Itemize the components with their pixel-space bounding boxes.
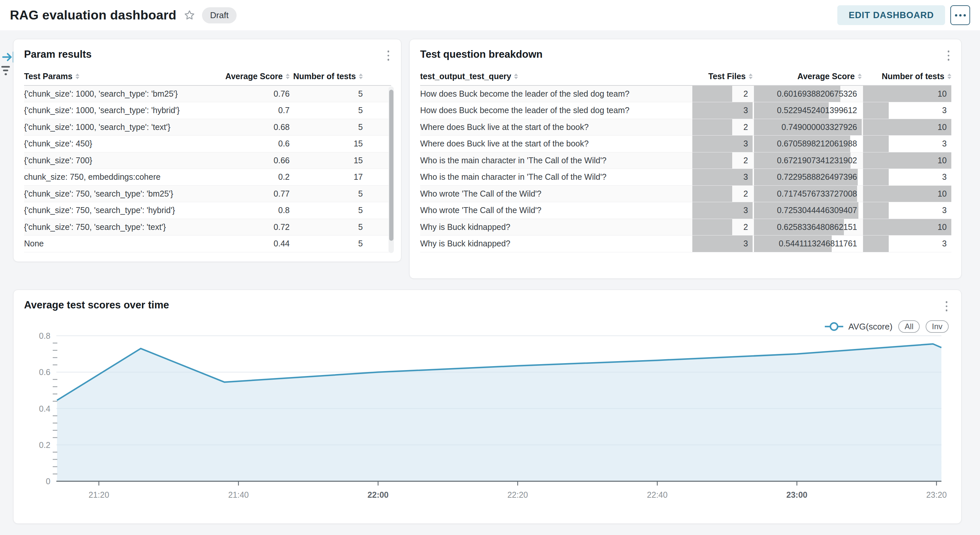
y-axis-tick-label: 0.6 [39, 367, 51, 377]
x-axis-tick-label: 22:40 [647, 490, 668, 499]
table-row: Where does Buck live at the start of the… [420, 136, 951, 152]
cell-number-of-tests: 5 [290, 86, 363, 102]
sort-icon[interactable] [858, 73, 862, 79]
cell-test-query: Who is the main character in 'The Call o… [420, 152, 691, 169]
x-axis-tick-label: 21:40 [228, 490, 249, 499]
sort-icon[interactable] [359, 73, 363, 79]
cell-value: 0.6705898212061988 [752, 139, 862, 149]
cell-value: 2 [691, 222, 752, 232]
table-row: Who wrote 'The Call of the Wild'?20.7174… [420, 186, 951, 203]
cell-value: 3 [862, 172, 951, 182]
cell-value: 10 [862, 189, 951, 198]
cell-average-score: 0.749000003327926 [752, 119, 862, 136]
sort-icon[interactable] [947, 73, 951, 79]
param-results-table: Test Params Average Score Number of test… [24, 68, 391, 252]
cell-test-files: 2 [691, 152, 752, 169]
cell-value: 3 [862, 206, 951, 215]
table-row: chunk_size: 750, embeddings:cohere0.217 [24, 169, 391, 186]
cell-number-of-tests: 10 [862, 152, 951, 169]
sort-icon[interactable] [75, 73, 80, 79]
sort-icon[interactable] [749, 73, 752, 79]
filter-panel-icon[interactable] [1, 66, 10, 75]
cell-value: 3 [691, 139, 752, 149]
area-chart[interactable]: 00.20.40.60.821:2021:4022:0022:2022:4023… [14, 290, 962, 524]
cell-value: 2 [691, 122, 752, 132]
table-row: {'chunk_size': 1000, 'search_type': 'tex… [24, 119, 391, 136]
cell-average-score: 0.77 [205, 186, 290, 202]
edit-dashboard-button[interactable]: EDIT DASHBOARD [837, 5, 945, 25]
table-row: Who is the main character in 'The Call o… [420, 169, 951, 186]
table-row: {'chunk_size': 750, 'search_type': 'hybr… [24, 202, 391, 219]
scores-over-time-widget: Average test scores over time AVG(score)… [13, 290, 961, 524]
table-row: Why is Buck kidnapped?30.544111324681176… [420, 235, 951, 252]
cell-number-of-tests: 10 [862, 119, 951, 136]
cell-number-of-tests: 17 [290, 169, 363, 185]
cell-test-params: {'chunk_size': 450} [24, 136, 205, 152]
sort-icon[interactable] [286, 73, 290, 79]
y-axis-tick-label: 0.2 [39, 440, 51, 450]
table-row: None0.445 [24, 235, 391, 252]
cell-average-score: 0.7 [205, 102, 290, 119]
table-row: Who wrote 'The Call of the Wild'?30.7253… [420, 202, 951, 219]
x-axis-tick-label: 23:20 [926, 490, 947, 499]
table-row: {'chunk_size': 1000, 'search_type': 'bm2… [24, 86, 391, 102]
x-axis-tick-label: 21:20 [89, 490, 110, 499]
table-scrollbar[interactable] [388, 86, 394, 253]
cell-average-score: 0.7253044446309407 [752, 202, 862, 219]
widget-title: Test question breakdown [420, 48, 542, 61]
cell-value: 0.6258336480862151 [752, 222, 862, 232]
question-breakdown-widget: Test question breakdown test_output_test… [409, 39, 961, 279]
column-header-average-score[interactable]: Average Score [205, 72, 290, 81]
cell-test-files: 3 [691, 136, 752, 152]
page-title: RAG evaluation dashboard [10, 8, 176, 22]
cell-test-query: Who wrote 'The Call of the Wild'? [420, 186, 691, 202]
cell-test-files: 3 [691, 202, 752, 219]
sort-icon[interactable] [514, 73, 518, 79]
column-header-average-score[interactable]: Average Score [752, 72, 862, 81]
cell-number-of-tests: 3 [862, 202, 951, 219]
widget-menu-icon[interactable] [386, 48, 391, 63]
cell-value: 2 [691, 189, 752, 198]
cell-average-score: 0.6258336480862151 [752, 219, 862, 235]
cell-average-score: 0.44 [205, 235, 290, 252]
scrollbar-thumb[interactable] [389, 90, 393, 241]
cell-average-score: 0.6705898212061988 [752, 136, 862, 152]
table-row: {'chunk_size': 700}0.6615 [24, 152, 391, 169]
cell-value: 3 [691, 172, 752, 182]
cell-test-files: 3 [691, 169, 752, 185]
cell-number-of-tests: 15 [290, 136, 363, 152]
cell-test-params: {'chunk_size': 1000, 'search_type': 'tex… [24, 119, 205, 136]
favorite-star-icon[interactable] [183, 9, 196, 21]
cell-average-score: 0.76 [205, 86, 290, 102]
cell-test-query: Where does Buck live at the start of the… [420, 136, 691, 152]
cell-test-files: 3 [691, 235, 752, 252]
cell-value: 3 [691, 239, 752, 248]
column-header-test-query[interactable]: test_output_test_query [420, 72, 691, 81]
cell-value: 3 [691, 105, 752, 115]
table-row: {'chunk_size': 1000, 'search_type': 'hyb… [24, 102, 391, 119]
cell-test-params: None [24, 235, 205, 252]
cell-test-files: 2 [691, 86, 752, 102]
table-row: Why is Buck kidnapped?20.625833648086215… [420, 219, 951, 236]
cell-value: 0.5229452401399612 [752, 105, 862, 115]
cell-test-query: How does Buck become the leader of the s… [420, 102, 691, 119]
cell-average-score: 0.72 [205, 219, 290, 235]
column-header-number-of-tests[interactable]: Number of tests [290, 72, 363, 81]
table-row: Where does Buck live at the start of the… [420, 119, 951, 136]
column-header-number-of-tests[interactable]: Number of tests [862, 72, 951, 81]
cell-value: 0.5441113246811761 [752, 239, 862, 248]
cell-value: 3 [862, 139, 951, 149]
column-header-test-params[interactable]: Test Params [24, 72, 205, 81]
y-axis-tick-label: 0.4 [39, 404, 51, 413]
cell-average-score: 0.5441113246811761 [752, 235, 862, 252]
cell-number-of-tests: 10 [862, 186, 951, 202]
cell-number-of-tests: 3 [862, 169, 951, 185]
column-header-test-files[interactable]: Test Files [691, 72, 752, 81]
cell-test-files: 3 [691, 102, 752, 119]
widget-menu-icon[interactable] [947, 48, 951, 63]
cell-number-of-tests: 5 [290, 219, 363, 235]
cell-number-of-tests: 15 [290, 152, 363, 169]
y-axis-tick-label: 0.8 [39, 331, 51, 340]
more-options-button[interactable] [950, 5, 970, 25]
cell-number-of-tests: 10 [862, 219, 951, 235]
